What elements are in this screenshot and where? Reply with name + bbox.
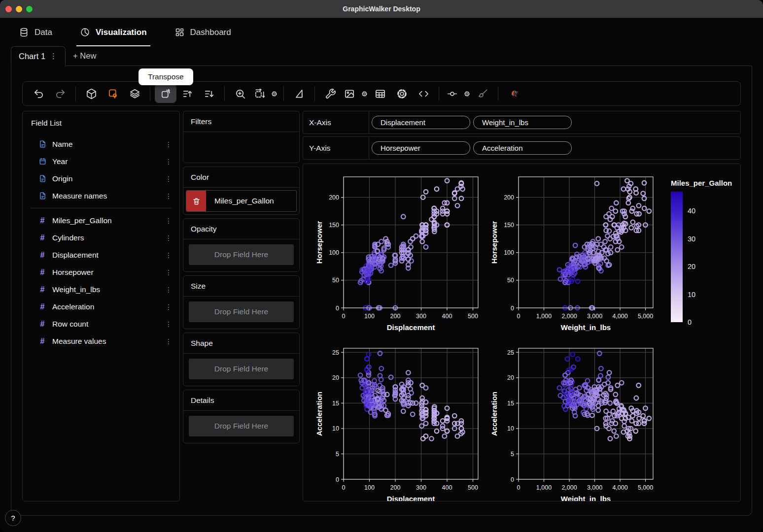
export-image-settings-button[interactable] bbox=[359, 84, 369, 103]
undo-icon bbox=[33, 88, 44, 100]
svg-text:4,000: 4,000 bbox=[612, 313, 627, 320]
document-icon bbox=[38, 140, 47, 148]
sort-descending-button[interactable] bbox=[198, 84, 220, 103]
field-menu-icon[interactable]: ⋮ bbox=[165, 158, 172, 166]
sort-ascending-button[interactable] bbox=[176, 84, 198, 103]
field-menu-icon[interactable]: ⋮ bbox=[165, 303, 172, 311]
tools-button[interactable] bbox=[319, 84, 341, 103]
y-axis-field-pill-2[interactable]: Acceleration bbox=[473, 141, 572, 155]
tab-data[interactable]: Data bbox=[19, 18, 52, 46]
field-item-miles-per-gallon[interactable]: #Miles_per_Gallon⋮ bbox=[23, 212, 179, 229]
field-item-acceleration[interactable]: #Acceleration⋮ bbox=[23, 298, 179, 315]
shape-dropzone[interactable]: Drop Field Here bbox=[189, 359, 294, 379]
opacity-dropzone[interactable]: Drop Field Here bbox=[189, 244, 294, 265]
field-item-measure-values[interactable]: #Measure values⋮ bbox=[23, 332, 179, 350]
painter-button[interactable] bbox=[472, 84, 493, 103]
scatter-plot-acceleration-vs-displacement: 01002003004005000510152025DisplacementAc… bbox=[315, 342, 485, 501]
field-menu-icon[interactable]: ⋮ bbox=[165, 251, 172, 259]
limit-settings-button[interactable] bbox=[462, 84, 472, 103]
svg-text:300: 300 bbox=[416, 484, 426, 491]
app-logo-button[interactable] bbox=[503, 84, 524, 103]
remove-color-field-button[interactable] bbox=[186, 191, 206, 211]
chart-tabs: Chart 1 ⋮ + New bbox=[11, 46, 763, 66]
field-menu-icon[interactable]: ⋮ bbox=[165, 320, 172, 328]
legend-tick-label: 20 bbox=[688, 263, 695, 270]
calendar-icon bbox=[38, 157, 47, 166]
field-menu-icon[interactable]: ⋮ bbox=[165, 192, 172, 200]
number-field-icon: # bbox=[40, 268, 45, 277]
table-view-button[interactable] bbox=[369, 84, 391, 103]
field-item-displacement[interactable]: #Displacement⋮ bbox=[23, 246, 179, 264]
x-axis-shelf: X-Axis Displacement Weight_in_lbs bbox=[303, 111, 741, 134]
toolbar-separator bbox=[314, 86, 315, 101]
svg-text:50: 50 bbox=[332, 277, 339, 284]
color-field-pill[interactable]: Miles_per_Gallon bbox=[186, 190, 297, 212]
legend-title: Miles_per_Gallon bbox=[671, 179, 741, 187]
field-menu-icon[interactable]: ⋮ bbox=[165, 217, 172, 225]
minimize-window-button[interactable] bbox=[16, 6, 22, 12]
encoding-shelves: Filters Color Miles_per_Gallon bbox=[183, 111, 300, 501]
field-menu-icon[interactable]: ⋮ bbox=[165, 175, 172, 183]
y-axis-field-pill-1[interactable]: Horsepower bbox=[372, 141, 470, 155]
axes-format-button[interactable] bbox=[288, 84, 310, 103]
field-menu-icon[interactable]: ⋮ bbox=[165, 268, 172, 276]
undo-button[interactable] bbox=[28, 84, 49, 103]
legend-tick-label: 10 bbox=[688, 291, 695, 299]
settings-button[interactable] bbox=[391, 84, 413, 103]
limit-button[interactable] bbox=[444, 84, 460, 103]
filters-dropzone[interactable] bbox=[183, 132, 299, 163]
settings-gear-icon bbox=[396, 88, 408, 100]
resize-settings-button[interactable] bbox=[269, 84, 279, 103]
field-item-name[interactable]: Name⋮ bbox=[23, 135, 179, 153]
toolbar bbox=[22, 81, 741, 106]
bird-logo-icon bbox=[508, 88, 520, 100]
mark-type-button[interactable] bbox=[102, 84, 124, 103]
field-item-row-count[interactable]: #Row count⋮ bbox=[23, 315, 179, 332]
svg-text:25: 25 bbox=[507, 349, 514, 356]
resize-canvas-button[interactable] bbox=[251, 84, 268, 103]
field-item-measure-names[interactable]: Measure names⋮ bbox=[23, 187, 179, 204]
chart-tab-label: Chart 1 bbox=[19, 52, 45, 61]
field-menu-icon[interactable]: ⋮ bbox=[165, 140, 172, 148]
size-dropzone[interactable]: Drop Field Here bbox=[189, 301, 294, 322]
field-item-year[interactable]: Year⋮ bbox=[23, 153, 179, 170]
field-menu-icon[interactable]: ⋮ bbox=[165, 337, 172, 345]
field-item-origin[interactable]: Origin⋮ bbox=[23, 170, 179, 187]
chart-tab-1[interactable]: Chart 1 ⋮ bbox=[11, 46, 66, 66]
chart-tab-menu-icon[interactable]: ⋮ bbox=[50, 52, 58, 61]
field-item-horsepower[interactable]: #Horsepower⋮ bbox=[23, 264, 179, 281]
svg-text:0: 0 bbox=[511, 305, 514, 312]
svg-text:500: 500 bbox=[468, 313, 478, 320]
number-field-icon: # bbox=[40, 251, 45, 260]
svg-text:1,000: 1,000 bbox=[536, 484, 552, 491]
tab-dashboard[interactable]: Dashboard bbox=[174, 18, 231, 46]
field-menu-icon[interactable]: ⋮ bbox=[165, 286, 172, 294]
close-window-button[interactable] bbox=[5, 6, 12, 12]
export-code-button[interactable] bbox=[413, 84, 434, 103]
canvas-column: X-Axis Displacement Weight_in_lbs Y-Axis… bbox=[303, 111, 741, 501]
export-image-button[interactable] bbox=[341, 84, 358, 103]
x-axis-field-pill-1[interactable]: Displacement bbox=[372, 116, 470, 129]
field-item-cylinders[interactable]: #Cylinders⋮ bbox=[23, 229, 179, 246]
x-axis-field-pill-2[interactable]: Weight_in_lbs bbox=[473, 116, 572, 129]
details-dropzone[interactable]: Drop Field Here bbox=[189, 416, 294, 436]
aggregation-button[interactable] bbox=[80, 84, 102, 103]
legend-tick-label: 40 bbox=[688, 207, 695, 215]
resize-icon bbox=[254, 88, 265, 100]
stack-mode-button[interactable] bbox=[124, 84, 145, 103]
zoom-button[interactable] bbox=[229, 84, 251, 103]
content-frame: Field List Name⋮Year⋮Origin⋮Measure name… bbox=[11, 66, 752, 516]
field-menu-icon[interactable]: ⋮ bbox=[165, 234, 172, 242]
new-chart-button[interactable]: + New bbox=[66, 46, 104, 66]
svg-text:400: 400 bbox=[442, 484, 452, 491]
maximize-window-button[interactable] bbox=[26, 6, 33, 12]
toolbar-separator bbox=[498, 86, 498, 101]
svg-text:Horsepower: Horsepower bbox=[315, 221, 323, 264]
transpose-button[interactable] bbox=[155, 84, 176, 103]
tab-visualization[interactable]: Visualization bbox=[80, 18, 147, 46]
help-button[interactable]: ? bbox=[5, 510, 21, 526]
field-label: Weight_in_lbs bbox=[52, 285, 160, 294]
field-item-weight-in-lbs[interactable]: #Weight_in_lbs⋮ bbox=[23, 281, 179, 298]
svg-text:150: 150 bbox=[504, 222, 514, 229]
redo-button[interactable] bbox=[49, 84, 71, 103]
